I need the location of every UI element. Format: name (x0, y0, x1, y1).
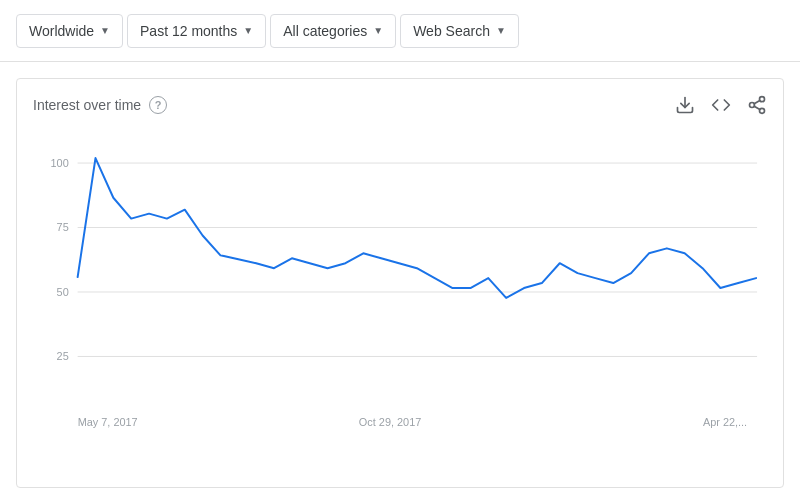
category-filter[interactable]: All categories ▼ (270, 14, 396, 48)
x-label-apr: Apr 22,... (703, 416, 747, 428)
region-label: Worldwide (29, 23, 94, 39)
download-icon[interactable] (675, 95, 695, 115)
region-filter[interactable]: Worldwide ▼ (16, 14, 123, 48)
trend-chart: 100 75 50 25 May 7, 2017 Oct 29, 2017 Ap… (33, 127, 767, 457)
help-icon[interactable]: ? (149, 96, 167, 114)
chart-area: 100 75 50 25 May 7, 2017 Oct 29, 2017 Ap… (33, 127, 767, 457)
chart-card: Interest over time ? (16, 78, 784, 488)
y-label-50: 50 (57, 286, 69, 298)
y-label-75: 75 (57, 221, 69, 233)
chart-header: Interest over time ? (33, 95, 767, 115)
trend-line (78, 158, 756, 298)
search-type-chevron: ▼ (496, 25, 506, 36)
y-label-100: 100 (51, 157, 69, 169)
region-chevron: ▼ (100, 25, 110, 36)
y-label-25: 25 (57, 350, 69, 362)
period-filter[interactable]: Past 12 months ▼ (127, 14, 266, 48)
embed-icon[interactable] (711, 95, 731, 115)
filter-bar: Worldwide ▼ Past 12 months ▼ All categor… (0, 0, 800, 62)
chart-title: Interest over time (33, 97, 141, 113)
category-chevron: ▼ (373, 25, 383, 36)
period-label: Past 12 months (140, 23, 237, 39)
x-label-oct: Oct 29, 2017 (359, 416, 421, 428)
period-chevron: ▼ (243, 25, 253, 36)
category-label: All categories (283, 23, 367, 39)
search-type-label: Web Search (413, 23, 490, 39)
search-type-filter[interactable]: Web Search ▼ (400, 14, 519, 48)
share-icon[interactable] (747, 95, 767, 115)
svg-line-5 (754, 100, 760, 103)
svg-line-4 (754, 106, 760, 109)
chart-actions (675, 95, 767, 115)
chart-title-area: Interest over time ? (33, 96, 167, 114)
x-label-may: May 7, 2017 (78, 416, 138, 428)
